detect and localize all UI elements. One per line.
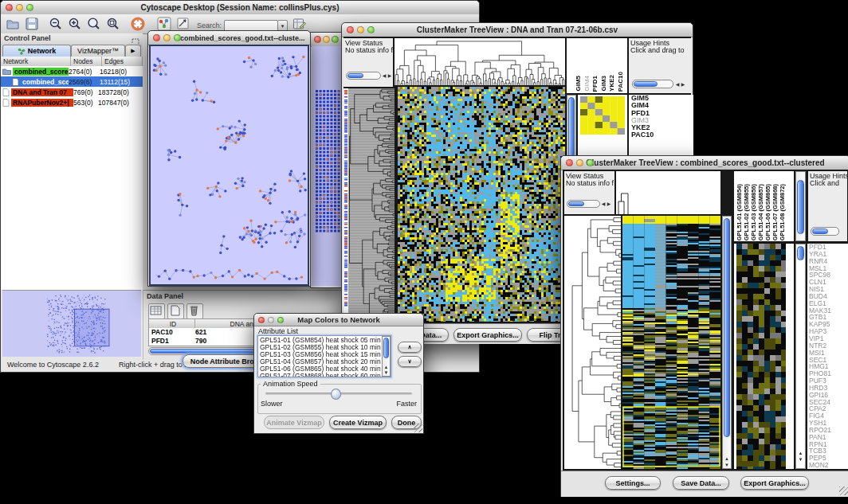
close-icon[interactable] — [314, 36, 321, 43]
scrollbar-thumb[interactable] — [568, 201, 584, 206]
network-window-titlebar[interactable]: combined_scores_good.txt--cluste... — [148, 31, 310, 45]
tab-network[interactable]: Network — [2, 45, 71, 57]
column-label[interactable]: YKE2 — [608, 75, 616, 92]
new-attribute-icon[interactable] — [167, 303, 184, 319]
treeview1-column-dendrogram[interactable] — [395, 38, 565, 85]
treeview2-genes-vscrollbar[interactable]: ▲ ▼ — [795, 244, 806, 469]
scroll-right-icon[interactable]: ▶ — [607, 201, 611, 206]
maximize-icon[interactable] — [332, 36, 339, 43]
scrollbar-thumb[interactable] — [634, 81, 658, 87]
table-row[interactable]: DNA and Tran 07 769(0) 183728(0) — [1, 87, 143, 97]
attribute-list-vscrollbar[interactable]: ▲ ▼ — [382, 336, 391, 377]
column-label[interactable]: PFD1 — [591, 76, 599, 92]
scroll-down-icon[interactable]: ▼ — [796, 457, 805, 462]
animate-vizmap-button[interactable]: Animate Vizmap — [264, 416, 324, 429]
column-label[interactable]: GPL51-04 (GSM857) — [757, 184, 764, 240]
minimize-icon[interactable] — [357, 26, 364, 33]
save-session-icon[interactable] — [25, 17, 39, 31]
scroll-down-icon[interactable]: ▼ — [723, 463, 731, 467]
maximize-icon[interactable] — [26, 4, 33, 11]
scrollbar-thumb[interactable] — [797, 180, 804, 234]
usage-hints-hscrollbar[interactable] — [811, 227, 839, 236]
scroll-right-icon[interactable]: ▶ — [681, 82, 685, 87]
usage-hints-hscrollbar[interactable] — [632, 80, 673, 88]
help-lifering-icon[interactable] — [131, 17, 145, 31]
move-up-button[interactable]: ∧ — [398, 342, 422, 353]
close-icon[interactable] — [153, 34, 160, 41]
treeview2-vscrollbar[interactable]: ▲ ▼ — [722, 216, 732, 469]
scrollbar-thumb[interactable] — [383, 338, 389, 358]
export-graphics-button[interactable]: Export Graphics... — [453, 328, 522, 342]
speed-slider-thumb[interactable] — [331, 389, 341, 400]
minimize-icon[interactable] — [163, 34, 171, 41]
column-header-network[interactable]: Network — [1, 57, 71, 66]
vizmap-nodes-icon[interactable] — [157, 17, 171, 31]
table-row[interactable]: RNAPuberNov2+| 563(0) 107847(0) — [1, 97, 143, 107]
treeview1-row-dendrogram[interactable] — [348, 88, 395, 322]
treeview2-titlebar[interactable]: ClusterMaker TreeView : combined_scores_… — [561, 156, 848, 170]
close-icon[interactable] — [566, 159, 573, 166]
attribute-editor-icon[interactable] — [292, 17, 307, 31]
annotation-icon[interactable] — [176, 17, 190, 31]
maximize-icon[interactable] — [174, 34, 181, 41]
column-label[interactable]: GPL51-02 (GSM855) — [743, 184, 750, 240]
zoom-out-icon[interactable] — [49, 17, 63, 31]
scroll-up-icon[interactable]: ▲ — [796, 451, 805, 455]
gene-label[interactable]: MON2 — [809, 462, 848, 469]
treeview1-zoom-matrix[interactable] — [580, 96, 625, 135]
table-row-selected[interactable]: combined_sco 2569(6) 13112(15) — [1, 76, 143, 87]
view-status-hscrollbar[interactable] — [346, 72, 381, 80]
column-label[interactable]: PAC10 — [617, 72, 625, 92]
save-data-button[interactable]: Save Data... — [673, 476, 729, 490]
maximize-icon[interactable] — [277, 317, 284, 323]
minimize-icon[interactable] — [576, 159, 583, 166]
treeview2-heatmap[interactable] — [622, 216, 720, 469]
minimize-icon[interactable] — [16, 4, 23, 11]
maximize-icon[interactable] — [587, 159, 594, 166]
attribute-item[interactable]: GPL51-07 (GSM868) heat shock 60 min — [260, 373, 391, 377]
treeview1-heatmap[interactable] — [398, 87, 565, 322]
column-label[interactable]: GPL51-03 (GSM856) — [750, 184, 757, 240]
create-vizmap-button[interactable]: Create Vizmap — [329, 416, 387, 429]
export-graphics-button[interactable]: Export Graphics... — [740, 476, 809, 490]
scroll-left-icon[interactable]: ◀ — [601, 201, 606, 206]
background-network-canvas[interactable] — [312, 46, 343, 286]
column-label[interactable]: GPL51-01 (GSM854) — [736, 184, 743, 240]
view-status-hscrollbar[interactable] — [567, 200, 600, 208]
scrollbar-thumb[interactable] — [797, 246, 804, 260]
column-label[interactable]: GPL51-07 (GSM868) — [771, 184, 779, 240]
move-down-button[interactable]: ∨ — [398, 356, 422, 367]
close-icon[interactable] — [347, 26, 354, 33]
zoom-fit-icon[interactable] — [87, 17, 101, 31]
open-session-icon[interactable] — [6, 17, 20, 31]
treeview2-row-dendrogram[interactable] — [564, 216, 621, 469]
settings-button[interactable]: Settings... — [605, 476, 661, 490]
close-icon[interactable] — [6, 4, 13, 11]
delete-attribute-trash-icon[interactable] — [186, 303, 203, 319]
column-header-edges[interactable]: Edges — [102, 57, 143, 66]
column-label[interactable]: GIM4 — [583, 76, 591, 92]
attribute-table-icon[interactable] — [148, 303, 165, 319]
zoom-in-icon[interactable] — [68, 17, 82, 31]
close-icon[interactable] — [258, 317, 265, 323]
maximize-icon[interactable] — [367, 26, 375, 33]
scroll-down-icon[interactable]: ▼ — [383, 370, 390, 375]
column-label[interactable]: GPL51-08 (GSM872) — [779, 184, 786, 240]
scrollbar-thumb[interactable] — [724, 218, 730, 437]
main-titlebar[interactable]: Cytoscape Desktop (Session Name: collins… — [1, 1, 479, 15]
attribute-list[interactable]: GPL51-01 (GSM854) heat shock 05 minGPL51… — [257, 335, 391, 377]
data-column-id[interactable]: ID — [149, 319, 195, 328]
scroll-right-icon[interactable]: ▶ — [387, 73, 392, 78]
treeview1-titlebar[interactable]: ClusterMaker TreeView : DNA and Tran 07-… — [342, 23, 693, 37]
scroll-left-icon[interactable]: ◀ — [382, 73, 387, 78]
dialog-titlebar[interactable]: Map Colors to Network — [254, 314, 423, 326]
table-row[interactable]: combined_scores 2764(0) 16218(0) — [1, 66, 143, 76]
resize-grip[interactable] — [839, 486, 848, 495]
scroll-left-icon[interactable]: ◀ — [675, 82, 680, 87]
column-label[interactable]: GPL51-06 (GSM865) — [764, 184, 771, 240]
background-window-titlebar[interactable] — [311, 33, 344, 47]
column-label[interactable]: GIM5 — [575, 76, 583, 92]
scroll-up-icon[interactable]: ▲ — [383, 365, 390, 369]
zoom-selected-icon[interactable] — [106, 17, 120, 31]
column-label[interactable]: GIM3 — [600, 76, 608, 92]
